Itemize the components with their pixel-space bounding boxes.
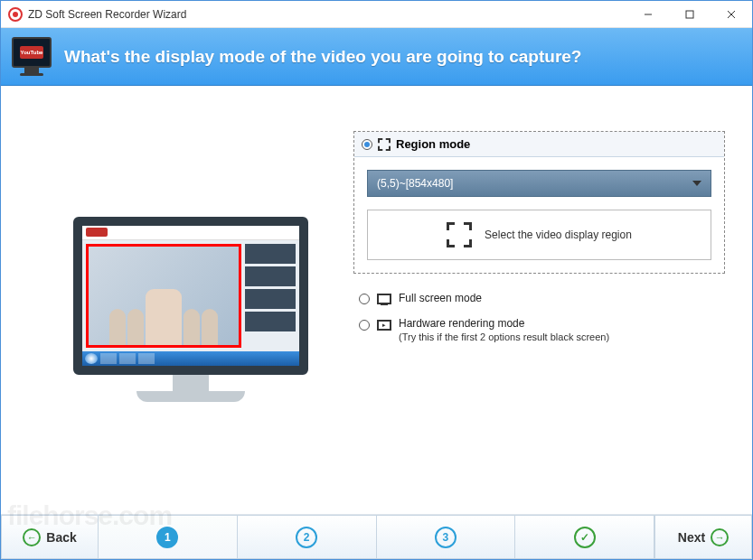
hardware-render-icon	[377, 320, 391, 331]
region-coords-value: (5,5)~[854x480]	[377, 177, 453, 190]
youtube-monitor-icon: YouTube	[12, 37, 52, 77]
wizard-footer: ← Back 1 2 3 ✓ Next →	[1, 514, 752, 559]
wizard-content: Region mode (5,5)~[854x480] Select the v…	[1, 86, 752, 514]
back-label: Back	[46, 530, 76, 545]
select-region-button[interactable]: Select the video display region	[367, 210, 711, 260]
crop-corners-icon	[447, 222, 472, 247]
titlebar: ZD Soft Screen Recorder Wizard	[1, 1, 752, 28]
step-1[interactable]: 1	[99, 515, 238, 559]
next-label: Next	[678, 530, 705, 545]
step-2[interactable]: 2	[238, 515, 377, 559]
youtube-logo-icon	[86, 228, 108, 237]
start-button-icon	[85, 353, 98, 364]
fullscreen-label: Full screen mode	[399, 292, 482, 306]
step-indicator: 1 2 3 ✓	[99, 515, 654, 559]
radio-unchecked-icon	[359, 294, 370, 304]
region-coords-dropdown[interactable]: (5,5)~[854x480]	[367, 170, 711, 197]
window-title: ZD Soft Screen Recorder Wizard	[28, 8, 186, 21]
back-button[interactable]: ← Back	[1, 515, 99, 559]
hardware-hint: (Try this if the first 2 options result …	[399, 331, 609, 342]
radio-checked-icon	[362, 139, 372, 150]
back-arrow-icon: ←	[23, 528, 41, 546]
dropdown-caret-icon	[692, 181, 701, 186]
app-window: ZD Soft Screen Recorder Wizard YouTube W…	[0, 0, 753, 560]
next-arrow-icon: →	[711, 528, 729, 546]
close-button[interactable]	[711, 1, 752, 28]
monitor-illustration	[73, 217, 308, 402]
video-region-highlight	[86, 244, 241, 348]
step-3[interactable]: 3	[377, 515, 516, 559]
region-icon	[378, 138, 391, 151]
maximize-button[interactable]	[669, 1, 711, 28]
select-region-label: Select the video display region	[485, 229, 632, 241]
minimize-button[interactable]	[627, 1, 669, 28]
region-mode-panel: Region mode (5,5)~[854x480] Select the v…	[353, 131, 725, 274]
window-controls	[627, 1, 752, 28]
region-mode-label: Region mode	[396, 137, 470, 151]
wizard-header: YouTube What's the display mode of the v…	[1, 28, 752, 86]
illustration	[28, 113, 353, 505]
fullscreen-icon	[377, 294, 391, 304]
mode-options: Region mode (5,5)~[854x480] Select the v…	[353, 113, 725, 505]
app-record-icon	[8, 7, 23, 22]
next-button[interactable]: Next →	[654, 515, 752, 559]
step-done[interactable]: ✓	[515, 515, 654, 559]
svg-rect-1	[686, 11, 693, 18]
hardware-label-group: Hardware rendering mode (Try this if the…	[399, 317, 609, 345]
hardware-label: Hardware rendering mode	[399, 317, 524, 330]
hardware-mode-radio[interactable]: Hardware rendering mode (Try this if the…	[353, 312, 725, 350]
fullscreen-mode-radio[interactable]: Full screen mode	[353, 286, 725, 312]
region-mode-radio[interactable]: Region mode	[354, 132, 724, 157]
radio-unchecked-icon	[359, 320, 370, 331]
wizard-question: What's the display mode of the video you…	[64, 47, 581, 67]
